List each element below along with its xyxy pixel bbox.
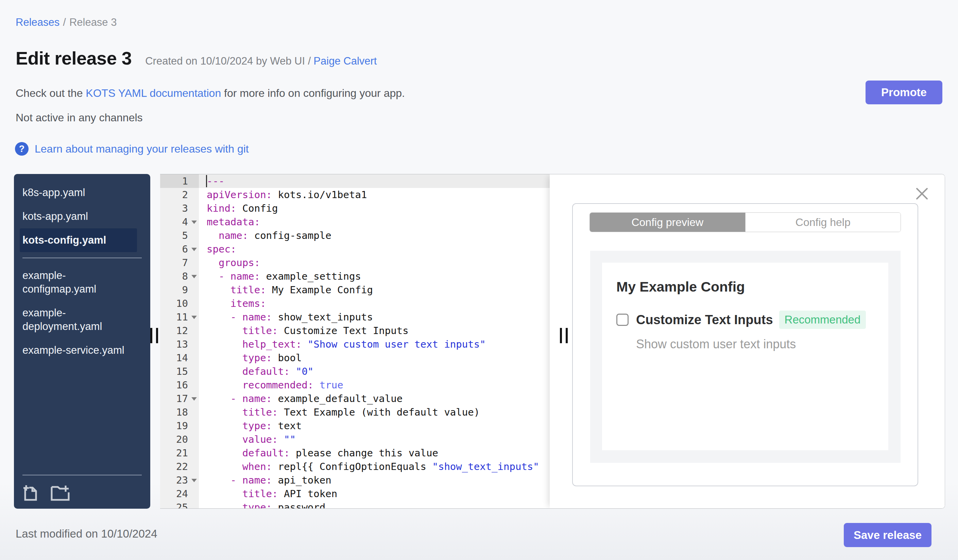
config-item-help: Show custom user text inputs: [636, 337, 874, 351]
doc-hint: Check out the KOTS YAML documentation fo…: [16, 87, 405, 100]
fold-toggle-icon[interactable]: [191, 397, 197, 401]
config-tabs: Config previewConfig help: [590, 212, 901, 232]
new-file-icon[interactable]: [22, 484, 39, 501]
save-release-button[interactable]: Save release: [844, 523, 931, 547]
gutter-line-17: 17: [160, 392, 199, 405]
close-icon[interactable]: [914, 186, 930, 201]
created-meta: Created on 10/10/2024 by Web UI /Paige C…: [145, 55, 377, 67]
question-icon[interactable]: ?: [15, 142, 29, 156]
code-line-1: ---: [199, 174, 550, 188]
doc-hint-suffix: for more info on configuring your app.: [221, 87, 405, 99]
gutter-line-22: 22: [160, 460, 199, 473]
code-line-3: kind: Config: [199, 201, 550, 215]
code-line-9: title: My Example Config: [199, 283, 550, 297]
config-item-row: Customize Text Inputs Recommended: [616, 310, 874, 329]
config-preview-card: My Example Config Customize Text Inputs …: [602, 263, 888, 450]
gutter-line-16: 16: [160, 378, 199, 392]
code-line-24: title: API token: [199, 487, 550, 500]
preview-resize-handle[interactable]: [560, 328, 568, 343]
tab-config-preview[interactable]: Config preview: [590, 213, 745, 232]
recommended-badge: Recommended: [779, 310, 866, 329]
file-group-divider: [22, 258, 142, 258]
code-line-6: spec:: [199, 242, 550, 256]
main-editor-row: k8s-app.yamlkots-app.yamlkots-config.yam…: [14, 174, 945, 509]
last-modified-text: Last modified on 10/10/2024: [16, 527, 157, 540]
file-item-example-configmap.yaml[interactable]: example-configmap.yaml: [20, 264, 137, 301]
gutter-line-1: 1: [160, 174, 199, 188]
code-line-13: help_text: "Show custom user text inputs…: [199, 337, 550, 351]
code-line-20: value: "": [199, 433, 550, 446]
created-text: Created on 10/10/2024 by Web UI /: [145, 55, 311, 67]
config-group-title: My Example Config: [616, 279, 874, 295]
file-item-kots-app.yaml[interactable]: kots-app.yaml: [20, 204, 137, 228]
file-list: k8s-app.yamlkots-app.yamlkots-config.yam…: [20, 181, 144, 362]
code-line-10: items:: [199, 297, 550, 310]
edit-release-page: Releases/Release 3 Edit release 3 Create…: [0, 0, 958, 560]
file-item-example-service.yaml[interactable]: example-service.yaml: [20, 339, 137, 362]
gutter-line-10: 10: [160, 297, 199, 310]
code-line-11: - name: show_text_inputs: [199, 310, 550, 324]
breadcrumb-releases-link[interactable]: Releases: [16, 16, 59, 28]
gutter-line-2: 2: [160, 188, 199, 201]
git-help-row: ? Learn about managing your releases wit…: [15, 142, 249, 156]
fold-toggle-icon[interactable]: [191, 248, 197, 251]
created-author-link[interactable]: Paige Calvert: [313, 55, 377, 67]
channel-status: Not active in any channels: [16, 111, 143, 124]
page-title: Edit release 3: [16, 47, 132, 69]
title-row: Edit release 3 Created on 10/10/2024 by …: [16, 47, 377, 69]
gutter-line-25: 25: [160, 500, 199, 509]
gutter-line-14: 14: [160, 351, 199, 365]
code-line-4: metadata:: [199, 215, 550, 229]
gutter-line-4: 4: [160, 215, 199, 229]
config-preview-pane: Config previewConfig help My Example Con…: [550, 174, 945, 508]
file-item-k8s-app.yaml[interactable]: k8s-app.yaml: [20, 181, 137, 204]
sidebar-resize-handle[interactable]: [150, 328, 158, 343]
kots-yaml-doc-link[interactable]: KOTS YAML documentation: [86, 87, 221, 99]
gutter-line-12: 12: [160, 324, 199, 337]
git-releases-link[interactable]: Learn about managing your releases with …: [35, 143, 249, 155]
new-folder-icon[interactable]: [50, 484, 70, 501]
gutter-line-20: 20: [160, 433, 199, 446]
customize-text-inputs-checkbox[interactable]: [616, 314, 628, 326]
code-line-14: type: bool: [199, 351, 550, 365]
gutter-line-5: 5: [160, 229, 199, 242]
code-editor[interactable]: ---apiVersion: kots.io/v1beta1kind: Conf…: [199, 174, 550, 508]
breadcrumb-separator: /: [63, 16, 66, 28]
gutter-line-23: 23: [160, 473, 199, 487]
gutter-line-3: 3: [160, 201, 199, 215]
code-line-16: recommended: true: [199, 378, 550, 392]
code-line-23: - name: api_token: [199, 473, 550, 487]
gutter-line-21: 21: [160, 446, 199, 460]
file-sidebar: k8s-app.yamlkots-app.yamlkots-config.yam…: [14, 174, 150, 509]
fold-toggle-icon[interactable]: [191, 316, 197, 319]
code-line-25: type: password: [199, 500, 550, 508]
code-line-12: title: Customize Text Inputs: [199, 324, 550, 337]
doc-hint-prefix: Check out the: [16, 87, 86, 99]
code-line-7: groups:: [199, 256, 550, 269]
gutter-line-9: 9: [160, 283, 199, 297]
gutter-line-6: 6: [160, 242, 199, 256]
gutter-line-13: 13: [160, 337, 199, 351]
text-cursor: [206, 175, 207, 187]
promote-button[interactable]: Promote: [866, 81, 942, 104]
code-line-2: apiVersion: kots.io/v1beta1: [199, 188, 550, 201]
fold-toggle-icon[interactable]: [191, 275, 197, 278]
fold-toggle-icon[interactable]: [191, 479, 197, 482]
code-line-17: - name: example_default_value: [199, 392, 550, 405]
code-line-15: default: "0": [199, 365, 550, 378]
breadcrumb: Releases/Release 3: [16, 16, 117, 28]
gutter-line-11: 11: [160, 310, 199, 324]
sidebar-bottom: [20, 475, 144, 509]
code-line-22: when: repl{{ ConfigOptionEquals "show_te…: [199, 460, 550, 473]
fold-toggle-icon[interactable]: [191, 220, 197, 224]
file-item-kots-config.yaml[interactable]: kots-config.yaml: [20, 228, 137, 252]
breadcrumb-current: Release 3: [69, 16, 117, 28]
config-item-label: Customize Text Inputs: [636, 313, 773, 327]
tab-config-help[interactable]: Config help: [745, 213, 901, 232]
file-item-example-deployment.yaml[interactable]: example-deployment.yaml: [20, 301, 137, 339]
gutter-line-7: 7: [160, 256, 199, 269]
gutter-line-19: 19: [160, 419, 199, 433]
config-preview-box: Config previewConfig help My Example Con…: [572, 203, 918, 486]
sidebar-bottom-divider: [22, 475, 142, 475]
gutter-line-18: 18: [160, 405, 199, 419]
